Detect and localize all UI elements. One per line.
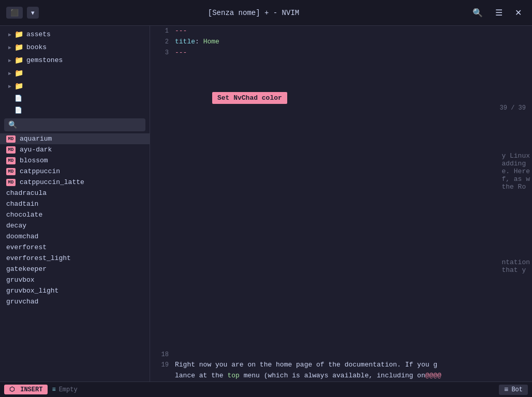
search-window-button[interactable]: 🔍 <box>468 6 487 20</box>
dropdown-label: everforest_light <box>6 254 71 262</box>
line-counter: 39 / 39 <box>500 104 526 112</box>
sidebar-item-label: assets <box>26 30 51 38</box>
dropdown-item-gruvbox-light[interactable]: gruvbox_light <box>0 285 150 296</box>
search-icon: 🔍 <box>8 120 17 129</box>
editor[interactable]: 1 --- 2 title: Home 3 --- Set NvChad col… <box>150 26 532 381</box>
dropdown-item-chocolate[interactable]: chocolate <box>0 209 150 220</box>
bottom-lines: 18 19 Right now you are on the home page… <box>150 350 532 381</box>
dropdown-label: gruvbox <box>6 276 35 284</box>
dropdown-label: gruvchad <box>6 298 38 306</box>
md-icon: MD <box>6 146 16 154</box>
dropdown-item-everforest[interactable]: everforest <box>0 242 150 253</box>
partial-text-ro: the Ro <box>499 183 530 191</box>
status-middle: ≡ Empty <box>52 386 77 393</box>
dropdown-label: chocolate <box>6 211 42 219</box>
folder-icon: 📁 <box>14 56 23 65</box>
mode-label: INSERT <box>20 386 42 393</box>
folder-icon: 📁 <box>14 30 23 39</box>
dropdown-label: catppuccin <box>20 167 60 175</box>
editor-line-18: 18 <box>150 350 532 360</box>
close-window-button[interactable]: ✕ <box>511 6 526 20</box>
dropdown-label: decay <box>6 222 26 230</box>
dropdown-item-catppuccin[interactable]: MD catppuccin <box>0 166 150 177</box>
dropdown-label: gruvbox_light <box>6 287 58 295</box>
editor-line-1: 1 --- <box>150 26 532 37</box>
sidebar: ▶ 📁 assets ▶ 📁 books ▶ 📁 gemstones ▶ 📁 ▶… <box>0 26 150 381</box>
line-number: 2 <box>154 37 169 47</box>
list-window-button[interactable]: ☰ <box>491 6 507 20</box>
set-nvchad-color-tooltip: Set NvChad color <box>212 92 287 104</box>
editor-line-19: 19 Right now you are on the home page of… <box>150 360 532 371</box>
sidebar-item-5[interactable]: ▶ 📁 <box>0 80 150 93</box>
sidebar-item-file1[interactable]: ▶ 📄 <box>0 93 150 104</box>
window-title: [Senza nome] + - NVIM <box>208 9 299 17</box>
partial-text-thaty: that y <box>499 266 530 274</box>
md-icon: MD <box>6 168 16 175</box>
line-number: 3 <box>154 48 169 58</box>
dropdown-label: catppuccin_latte <box>20 178 84 186</box>
search-bar[interactable]: 🔍 <box>4 118 145 131</box>
vim-icon: ⬡ <box>9 386 14 393</box>
yaml-val: Home <box>203 38 219 45</box>
arrow-icon: ▶ <box>8 44 11 51</box>
color-dropdown: MD aquarium MD ayu-dark MD blossom MD ca… <box>0 133 150 307</box>
list-icon: ≡ <box>504 386 508 394</box>
partial-text-linux: y Linux <box>499 152 530 160</box>
dropdown-item-everforest-light[interactable]: everforest_light <box>0 253 150 264</box>
folder-icon: 📁 <box>14 82 23 90</box>
dropdown-item-chadracula[interactable]: chadracula <box>0 188 150 198</box>
arrow-icon: ▶ <box>8 83 11 89</box>
line-number: 1 <box>154 26 169 36</box>
insert-mode-badge: ⬡ INSERT <box>4 385 48 394</box>
dropdown-item-gruvchad[interactable]: gruvchad <box>0 296 150 307</box>
arrow-icon: ▶ <box>8 32 11 38</box>
sidebar-item-label: gemstones <box>26 56 63 64</box>
sidebar-item-file2[interactable]: ▶ 📄 <box>0 104 150 116</box>
dropdown-item-blossom[interactable]: MD blossom <box>0 155 150 166</box>
editor-line-3: 3 --- <box>150 48 532 58</box>
status-right: ≡ Bot <box>499 385 528 395</box>
file-icon: 📄 <box>14 95 22 102</box>
line-number: 18 <box>154 350 169 360</box>
line-content: lance at the top menu (which is always a… <box>175 371 441 381</box>
dropdown-item-chadtain[interactable]: chadtain <box>0 198 150 209</box>
dropdown-label: blossom <box>20 157 48 164</box>
bot-label: Bot <box>511 386 523 393</box>
dropdown-item-gruvbox[interactable]: gruvbox <box>0 274 150 285</box>
dropdown-label: aquarium <box>20 135 52 143</box>
search-input[interactable] <box>20 121 141 129</box>
file-icon: 📄 <box>14 106 22 114</box>
dropdown-label: chadtain <box>6 200 38 208</box>
partial-text-adding: adding <box>499 160 530 167</box>
dropdown-button[interactable]: ▾ <box>27 7 39 19</box>
sidebar-item-books[interactable]: ▶ 📁 books <box>0 41 150 54</box>
dropdown-item-gatekeeper[interactable]: gatekeeper <box>0 264 150 274</box>
partial-text-here: e. Here <box>499 167 530 175</box>
dropdown-item-doomchad[interactable]: doomchad <box>0 231 150 242</box>
title-bar-right: 🔍 ☰ ✕ <box>468 6 526 20</box>
sidebar-item-label: books <box>26 43 47 51</box>
sidebar-item-4[interactable]: ▶ 📁 <box>0 67 150 80</box>
bot-badge: ≡ Bot <box>499 385 528 395</box>
partial-text-ntation: ntation <box>499 258 530 266</box>
md-icon: MD <box>6 157 16 164</box>
window-icon-button[interactable]: ⬛ <box>6 7 23 19</box>
dropdown-label: doomchad <box>6 233 38 240</box>
md-icon: MD <box>6 135 16 143</box>
dropdown-item-ayu-dark[interactable]: MD ayu-dark <box>0 144 150 155</box>
folder-icon: 📁 <box>14 69 23 78</box>
sidebar-item-gemstones[interactable]: ▶ 📁 gemstones <box>0 54 150 67</box>
line-content: --- <box>175 26 187 37</box>
title-bar: ⬛ ▾ [Senza nome] + - NVIM 🔍 ☰ ✕ <box>0 0 532 26</box>
file-status-label: Empty <box>59 386 78 393</box>
dropdown-item-aquarium[interactable]: MD aquarium <box>0 133 150 144</box>
partial-text-asw: f, as w <box>499 175 530 183</box>
main-area: ▶ 📁 assets ▶ 📁 books ▶ 📁 gemstones ▶ 📁 ▶… <box>0 26 532 381</box>
dropdown-label: gatekeeper <box>6 265 47 273</box>
sidebar-item-assets[interactable]: ▶ 📁 assets <box>0 28 150 41</box>
line-content: title: Home <box>175 37 219 48</box>
status-bar: ⬡ INSERT ≡ Empty ≡ Bot <box>0 381 532 397</box>
dropdown-item-decay[interactable]: decay <box>0 220 150 231</box>
md-icon: MD <box>6 179 16 186</box>
dropdown-item-catppuccin-latte[interactable]: MD catppuccin_latte <box>0 177 150 188</box>
